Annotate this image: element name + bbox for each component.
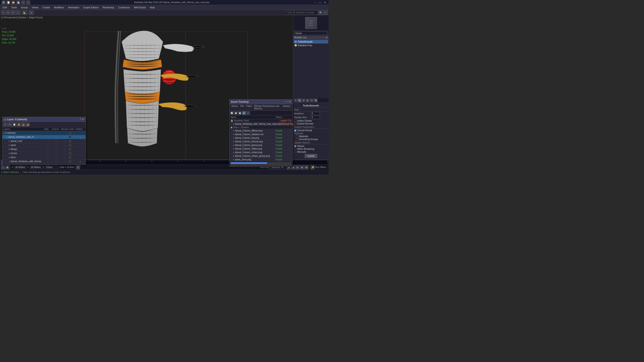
asset-group-maps[interactable]: ▣ Maps / Shaders [230, 126, 292, 129]
manually-radio[interactable] [294, 151, 296, 153]
asset-grid-btn[interactable]: ▦ [242, 111, 246, 115]
redo-btn[interactable]: ↪ [26, 0, 30, 4]
asset-menu-bitmap[interactable]: Bitmap Performance and Memory [253, 105, 281, 110]
layer-color-default[interactable] [69, 132, 71, 134]
utilities-panel-icon[interactable]: 🔩 [314, 99, 318, 102]
close-btn[interactable]: ✕ [323, 1, 327, 4]
lock-btn[interactable]: 🔒 [6, 165, 10, 169]
layer-row-discs[interactable]: ▶ discs — — — [2, 155, 86, 159]
key-filters-btn[interactable]: ⬡ [1, 165, 5, 169]
materials-checkbox[interactable] [296, 135, 298, 138]
open-btn[interactable]: 📂 [11, 0, 15, 4]
modifier-search-input[interactable] [294, 31, 327, 35]
y-input[interactable] [30, 166, 42, 169]
menu-graph-editors[interactable]: Graph Editors [82, 5, 100, 10]
minimize-btn[interactable]: − [313, 1, 317, 4]
menu-help[interactable]: Help [148, 5, 157, 10]
motion-panel-icon[interactable]: ▶ [306, 99, 310, 102]
asset-row-glossy[interactable]: ■ Spinal_Column_glossy.png Found [230, 143, 292, 147]
go-end-btn[interactable]: ▶| [304, 165, 308, 169]
layer-color-fittings[interactable] [69, 148, 71, 150]
layer-freeze-btn[interactable]: 🔒 [17, 122, 21, 126]
select-btn[interactable]: ↖ [1, 10, 6, 15]
iterations-input[interactable] [311, 112, 320, 115]
layer-row-spinal[interactable]: ◈ Spinal_Vertebrae_with_H... ✓ — — ● [2, 135, 86, 139]
modifier-turbos-mooth[interactable]: TurboSmooth [294, 40, 328, 43]
asset-row-reflect[interactable]: ■ Spinal_Column_reflect.png Found [230, 147, 292, 151]
layer-help-btn[interactable]: ? [80, 118, 81, 121]
asset-menu-paths[interactable]: Paths [245, 105, 253, 110]
asset-group-vault[interactable]: 🔒 Autodesk Vault Logged Out [230, 119, 292, 122]
menu-group[interactable]: Group [19, 5, 30, 10]
layer-color-spinal-full[interactable] [69, 160, 71, 163]
menu-customize[interactable]: Customize [116, 5, 132, 10]
modifier-editable-poly[interactable]: Editable Poly [294, 43, 328, 47]
chain-btn[interactable]: ⛓ [76, 165, 80, 169]
layer-import-btn[interactable]: 📥 [26, 122, 30, 126]
asset-minimize-btn[interactable]: − [284, 100, 285, 103]
hierarchy-panel-icon[interactable]: ⛓ [302, 99, 306, 102]
asset-menu-options[interactable]: Options [282, 105, 292, 110]
x-input[interactable] [14, 166, 27, 169]
scale-btn[interactable]: ⤢ [16, 10, 20, 15]
display-panel-icon[interactable]: 👁 [310, 99, 314, 102]
layer-new-btn[interactable]: ➕ [8, 122, 12, 126]
new-btn[interactable]: 📄 [6, 0, 10, 4]
asset-maximize-btn[interactable]: □ [286, 100, 288, 103]
layer-row-default[interactable]: ◈ 0 (default) [2, 131, 86, 135]
layer-row-cord[interactable]: ▶ spinal_cord — — — [2, 139, 86, 143]
create-panel-icon[interactable]: ✦ [294, 99, 297, 102]
smooth-result-checkbox[interactable]: ✓ [294, 129, 296, 132]
update-button[interactable]: Update [305, 154, 317, 158]
render-iters-input[interactable] [311, 116, 320, 119]
layer-color-spinal[interactable] [69, 136, 71, 138]
search-btn[interactable]: 🔍 [318, 10, 323, 15]
asset-folder-btn[interactable]: 📁 [234, 111, 238, 115]
move-btn[interactable]: ✛ [6, 10, 10, 15]
layer-row-fittings[interactable]: ▶ fittings — — — [2, 147, 86, 151]
key-filters-icon[interactable]: 🔑 [310, 165, 315, 169]
asset-row-diffuse[interactable]: ■ Spinal_Column_diffuse.png Found [230, 129, 292, 133]
help-btn[interactable]: ? [323, 10, 328, 15]
menu-rendering[interactable]: Rendering [101, 5, 116, 10]
menu-modifiers[interactable]: Modifiers [52, 5, 66, 10]
asset-row-fog[interactable]: ■ Spinal_Column_fog.png Found [230, 136, 292, 140]
layer-copy-btn[interactable]: 📋 [12, 122, 16, 126]
asset-row-displace[interactable]: ■ Spinal_Column_displace.exr Found [230, 133, 292, 136]
menu-create[interactable]: Create [41, 5, 52, 10]
layer-row-spine[interactable]: ▶ spine — — — [2, 143, 86, 147]
when-rendering-radio[interactable] [294, 148, 296, 150]
layer-row-hernia[interactable]: ▶ hernia — — — [2, 151, 86, 155]
asset-row-refract[interactable]: ■ Spinal_Column_refract.png Found [230, 151, 292, 154]
maximize-btn[interactable]: □ [318, 1, 322, 4]
layer-color-discs[interactable] [69, 156, 71, 159]
asset-row-refract-glossy[interactable]: ■ Spinal_Column_refract_glossy.png Found [230, 154, 292, 158]
save-btn[interactable]: 💾 [16, 0, 20, 4]
layer-color-hernia[interactable] [69, 152, 71, 154]
menu-views[interactable]: Views [30, 5, 40, 10]
asset-row-spine-norm[interactable]: ■ spine_norm.png Found [230, 158, 292, 161]
layer-color-cord[interactable] [69, 140, 71, 142]
menu-edit[interactable]: Edit [1, 5, 9, 10]
asset-list-btn[interactable]: ≡ [246, 111, 250, 115]
menu-animation[interactable]: Animation [66, 5, 81, 10]
menu-tools[interactable]: Tools [9, 5, 19, 10]
asset-copy-btn[interactable]: 📋 [238, 111, 242, 115]
nav-cube[interactable]: TOPFRONT RIGHT [305, 17, 317, 29]
reference-coord-btn[interactable]: 📐 [22, 10, 27, 15]
menu-maxscript[interactable]: MAXScript [132, 5, 148, 10]
asset-menu-file[interactable]: File [239, 105, 245, 110]
layer-row-spinal-full[interactable]: ◈ Spinal_Vertebrae_with_Hernia — — — ● [2, 159, 86, 164]
layer-export-btn[interactable]: 📤 [21, 122, 25, 126]
next-frame-btn[interactable]: ▶ [300, 165, 304, 169]
layer-color-spine[interactable] [69, 144, 71, 146]
modify-panel-icon[interactable]: 🔧 [298, 99, 301, 102]
asset-menu-server[interactable]: Server [230, 105, 239, 110]
always-radio[interactable] [294, 145, 296, 147]
undo-btn[interactable]: ↩ [21, 0, 25, 4]
smoothing-groups-checkbox[interactable] [296, 138, 298, 140]
modifier-list-arrow[interactable]: ▼ [326, 36, 328, 39]
isoline-checkbox[interactable] [294, 120, 296, 122]
asset-row-max-file[interactable]: ■ Spinal_Vertebrae_with_Hernia_max_vray.… [230, 122, 292, 126]
z-input[interactable] [45, 166, 58, 169]
